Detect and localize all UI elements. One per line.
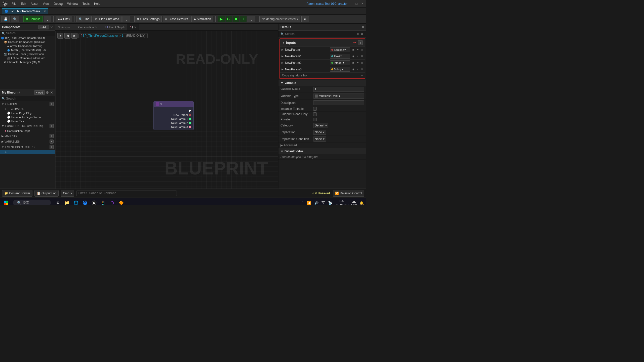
explorer-icon[interactable]: 📁 — [63, 199, 71, 205]
param-down-0[interactable]: ▾ — [356, 48, 360, 52]
variable-name-input[interactable] — [313, 87, 364, 92]
tab-1-close[interactable]: ✕ — [134, 26, 136, 29]
canvas-back-dropdown[interactable]: ▾ — [57, 33, 63, 39]
param-expand-1[interactable]: ▶ — [281, 55, 284, 58]
components-close[interactable]: ✕ — [50, 25, 53, 29]
add-param-button[interactable]: + — [358, 40, 363, 45]
play-menu[interactable]: ⋮ — [248, 16, 255, 22]
replication-select[interactable]: None ▾ — [313, 130, 326, 135]
event-graph-item[interactable]: ⬡ EventGraph — [0, 107, 55, 111]
macros-section-header[interactable]: ▶ MACROS + — [0, 133, 55, 139]
param-remove-1[interactable]: ✕ — [361, 55, 363, 58]
vs-icon[interactable]: ⬡ — [108, 199, 116, 205]
my-blueprint-search-input[interactable] — [6, 97, 54, 100]
restore-button[interactable]: □ — [354, 2, 359, 6]
param-eye-1[interactable]: ◉ — [351, 54, 355, 58]
event-beginplay[interactable]: Event BeginPlay — [0, 111, 55, 115]
weather-block[interactable]: ☁ 14°C — [351, 199, 357, 205]
description-field[interactable] — [313, 100, 364, 105]
ue-taskbar-icon[interactable]: U — [90, 199, 98, 205]
diff-button[interactable]: ⟺ Diff ▾ — [56, 16, 72, 22]
param-expand-2[interactable]: ▶ — [281, 61, 284, 64]
tree-item-follow-camera[interactable]: 🎥 Follow Camera (FollowCam — [0, 56, 55, 60]
phone-link-icon[interactable]: 📱 — [99, 199, 107, 205]
event-dispatchers-section-header[interactable]: ▼ EVENT DISPATCHERS + — [0, 144, 55, 150]
hide-unrelated-menu[interactable]: ⋮ — [123, 16, 130, 22]
tree-item-arrow[interactable]: ➡ Arrow Component (Arrow) — [0, 44, 55, 48]
instance-editable-checkbox[interactable] — [313, 107, 317, 111]
details-grid-btn[interactable]: ⊞ — [355, 32, 360, 36]
components-search-input[interactable] — [6, 31, 54, 35]
save-button[interactable]: 💾 — [2, 16, 10, 22]
details-settings-btn[interactable]: ⚙ — [360, 32, 364, 36]
menu-tools[interactable]: Tools — [80, 2, 92, 6]
param-eye-2[interactable]: ◉ — [351, 61, 355, 65]
menu-debug[interactable]: Debug — [52, 2, 65, 6]
param-down-3[interactable]: ▾ — [356, 67, 360, 71]
edge-icon[interactable]: 🌐 — [72, 199, 80, 205]
class-settings-button[interactable]: ⚙ Class Settings — [134, 16, 162, 22]
default-value-header[interactable]: ▼ Default Value — [278, 148, 366, 154]
network-icon[interactable]: 📶 — [306, 200, 312, 205]
param-expand-3[interactable]: ▶ — [281, 68, 284, 71]
blueprint-tab[interactable]: 🔵 BP_ThirdPersonChara... ✕ — [2, 8, 48, 14]
menu-view[interactable]: View — [41, 2, 51, 6]
stop-button[interactable]: ⏹ — [233, 16, 239, 22]
replication-condition-select[interactable]: None ▾ — [313, 137, 326, 142]
details-close[interactable]: ✕ — [362, 25, 364, 29]
play-next-button[interactable]: ⏭ — [226, 16, 232, 22]
graphs-section-header[interactable]: ▼ GRAPHS + — [0, 101, 55, 107]
variables-section-header[interactable]: ▶ VARIABLES + — [0, 139, 55, 144]
task-view-button[interactable]: ⧉ — [54, 199, 62, 205]
param-type-select-3[interactable]: String ▾ — [330, 67, 350, 72]
category-select[interactable]: Default ▾ — [313, 123, 328, 128]
close-button[interactable]: ✕ — [360, 2, 364, 6]
volume-icon[interactable]: 🔊 — [314, 200, 319, 205]
input-method-icon[interactable]: 英 — [321, 200, 326, 205]
macros-add-button[interactable]: + — [50, 134, 54, 138]
private-checkbox[interactable] — [313, 118, 317, 121]
my-blueprint-close[interactable]: ✕ — [50, 90, 53, 95]
details-search-input[interactable] — [285, 32, 355, 36]
bp-tab-close[interactable]: ✕ — [44, 10, 46, 13]
play-button[interactable]: ▶ — [218, 16, 225, 22]
param-eye-0[interactable]: ◉ — [351, 48, 355, 52]
blueprint-read-only-checkbox[interactable] — [313, 112, 317, 116]
add-component-button[interactable]: + Add — [38, 25, 49, 29]
pause-button[interactable]: ⏸ — [240, 16, 247, 22]
menu-help[interactable]: Help — [92, 2, 102, 6]
console-command-input[interactable] — [76, 191, 177, 196]
advanced-section[interactable]: ▶ Advanced — [278, 143, 366, 148]
hide-unrelated-button[interactable]: 👁 Hide Unrelated — [93, 16, 121, 22]
canvas-area[interactable]: ▾ ◀ ▶ f BP_ThirdPersonCharacter > 1 (REA… — [55, 31, 278, 189]
copy-sig-row[interactable]: Copy signature from ▾ — [280, 73, 365, 78]
wifi-icon[interactable]: 📡 — [328, 200, 333, 205]
functions-add-button[interactable]: + — [50, 124, 54, 128]
add-blueprint-button[interactable]: + Add — [34, 90, 45, 95]
minimize-button[interactable]: ─ — [349, 2, 353, 6]
notifications-icon[interactable]: 🔔 — [359, 200, 364, 205]
functions-section-header[interactable]: ▼ FUNCTIONS (32 OVERRIDAI) + — [0, 123, 55, 129]
class-defaults-button[interactable]: ✏ Class Defaults — [163, 16, 190, 22]
param-type-select-0[interactable]: Boolean ▾ — [330, 47, 350, 52]
find-button[interactable]: 🔍 Find — [76, 16, 92, 22]
tree-item-capsule[interactable]: 📦 Capsule Component (Collision — [0, 40, 55, 44]
viewport-tab[interactable]: □ Viewport — [55, 24, 74, 31]
graphs-add-button[interactable]: + — [50, 102, 54, 106]
canvas-forward-button[interactable]: ▶ — [71, 33, 77, 39]
tree-item-camera-boom[interactable]: 📷 Camera Boom (CameraBoon — [0, 52, 55, 56]
param-eye-3[interactable]: ◉ — [351, 67, 355, 71]
canvas-back-button[interactable]: ◀ — [64, 33, 70, 39]
copy-sig-dropdown[interactable]: ▾ — [361, 74, 363, 77]
app-icon-9[interactable]: 🔶 — [117, 199, 125, 205]
taskbar-search[interactable]: 🔍 搜索 — [13, 200, 51, 205]
variables-add-button[interactable]: + — [50, 140, 54, 144]
inputs-toggle[interactable]: ▼ — [282, 41, 285, 44]
event-dispatcher-1[interactable]: 1 — [0, 150, 55, 154]
event-dispatchers-add-button[interactable]: + — [50, 145, 54, 149]
event-actoroverlap[interactable]: Event ActorBeginOverlap — [0, 115, 55, 119]
variable-name-field[interactable] — [313, 87, 364, 92]
param-expand-0[interactable]: ▶ — [281, 48, 284, 51]
compile-menu-button[interactable]: ⋮ — [44, 16, 51, 22]
debug-select[interactable]: No debug object selected ▾ — [259, 16, 300, 22]
